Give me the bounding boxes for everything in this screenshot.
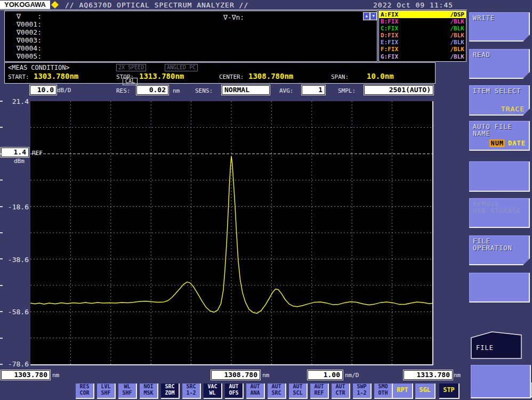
softkey-blank-7 (469, 273, 530, 303)
toolbar-button-label: MSK (140, 390, 157, 396)
softkey-label: ITEM SELECT (473, 88, 529, 95)
trace-status-panel: A:FIX/DSPB:FIX/BLKC:FIX/BLKD:FIX/BLKE:FI… (378, 11, 466, 62)
trace-row-a[interactable]: A:FIX/DSP (379, 11, 466, 18)
softkey-label: USB STORAGE (473, 208, 529, 215)
angled-pc-flag: ANGLED PC (165, 64, 198, 71)
toolbar-button-aut-ctr[interactable]: AUTCTR (332, 383, 350, 399)
marker-panel: ∇ : ∇-∇n: ∇0001:∇0002:∇0003:∇0004:∇0005: (4, 11, 377, 62)
toolbar-button-label: SHF (97, 390, 115, 396)
x-stop-box[interactable]: 1313.780 (404, 370, 453, 380)
softkey-file[interactable]: FILEOPERATION (469, 235, 530, 265)
softkey-item-select[interactable]: ITEM SELECTTRACE (469, 85, 530, 116)
y-edge-tick (0, 127, 3, 128)
center-value: 1308.780nm (248, 72, 293, 80)
y-tick-3: -58.6 (4, 308, 29, 316)
smpl-label: SMPL: (338, 87, 356, 94)
toolbar-button-label: VAC (204, 383, 221, 390)
level-scale-box[interactable]: 10.0 (30, 85, 57, 95)
smpl-value-box[interactable]: 2501(AUTO) (364, 85, 433, 95)
span-value: 10.0nm (367, 72, 394, 80)
toolbar-button-label: SRC (182, 383, 200, 390)
toolbar-button-lvl-shf[interactable]: LVLSHF (97, 383, 116, 399)
toolbar-button-wl-shf[interactable]: WLSHF (118, 383, 137, 399)
softkey-write[interactable]: WRITE (469, 12, 530, 42)
toolbar-button-aut-ana[interactable]: AUTANA (246, 383, 265, 399)
toolbar-button-src-1-2[interactable]: SRC1-2 (182, 383, 201, 399)
osa-screen: YOKOGAWA // AQ6370D OPTICAL SPECTRUM ANA… (0, 0, 532, 400)
sens-value-box[interactable]: NORMAL (222, 85, 270, 95)
res-unit: nm (173, 87, 180, 94)
toolbar-button-label: AUT (246, 383, 264, 390)
toolbar-button-vac-wl[interactable]: VACWL (204, 383, 222, 399)
trace-row-g[interactable]: G:FIX/BLK (379, 53, 466, 60)
trace-row-f[interactable]: F:FIX/BLK (379, 46, 466, 53)
trace-rows: A:FIX/DSPB:FIX/BLKC:FIX/BLKD:FIX/BLKE:FI… (379, 11, 466, 60)
softkey-blank-4 (469, 161, 530, 192)
trace-row-d[interactable]: D:FIX/BLK (379, 32, 466, 39)
toolbar-button-label: COR (76, 390, 93, 396)
toggle-selected[interactable]: NUM (489, 140, 505, 147)
marker-row: ∇0003: (5, 36, 377, 44)
x-stop-unit: nm (454, 372, 461, 379)
toolbar-button-label: SMO (374, 383, 392, 390)
cal-indicator: CAL (123, 78, 138, 85)
scroll-up-icon[interactable]: ▲ (363, 12, 370, 20)
datetime-display: 2022 Oct 09 11:45 (373, 1, 453, 9)
marker-header-left: ∇ : (5, 12, 377, 20)
toolbar-button-src-zom[interactable]: SRCZOM (161, 383, 180, 399)
trace-row-b[interactable]: B:FIX/BLK (379, 18, 466, 25)
trace-display-mode: /BLK (450, 32, 465, 39)
title-divider (0, 10, 467, 10)
y-tick-top: 21.4 (4, 97, 29, 105)
softkey-label: NAME (473, 130, 529, 137)
trace-name: D:FIX (381, 32, 398, 39)
toolbar-button-swp-1-2[interactable]: SWP1-2 (353, 383, 372, 399)
trace-display-mode: /BLK (450, 39, 465, 46)
marker-row: ∇0001: (5, 20, 377, 28)
trace-display-mode: /BLK (450, 46, 465, 53)
trace-row-e[interactable]: E:FIX/BLK (379, 39, 466, 46)
softkey-auto-file[interactable]: AUTO FILENAMENUMDATE (469, 121, 530, 151)
avg-value-box[interactable]: 1 (302, 85, 325, 95)
yokogawa-logo: YOKOGAWA (0, 1, 50, 9)
yokogawa-diamond-icon (51, 1, 59, 9)
toolbar-button-aut-scl[interactable]: AUTSCL (289, 383, 308, 399)
y-edge-tick (0, 232, 3, 233)
toolbar-button-smo-oth[interactable]: SMOOTH (374, 383, 393, 399)
toolbar-button-aut-src[interactable]: AUTSRC (268, 383, 286, 399)
x-start-box[interactable]: 1303.780 (1, 370, 50, 380)
toolbar-button-aut-ref[interactable]: AUTREF (310, 383, 329, 399)
softkey-label: OPERATION (473, 245, 529, 252)
ref-level-box[interactable]: 1.4 (1, 148, 29, 157)
toolbar-button-label: 1-2 (182, 390, 200, 396)
x-start-unit: nm (52, 372, 59, 379)
toolbar-button-label: SHF (118, 390, 136, 396)
marker-row: ∇0002: (5, 28, 377, 36)
softkey-read[interactable]: READ (469, 49, 530, 79)
softkey-label: WRITE (473, 15, 529, 22)
y-edge-tick (0, 258, 3, 259)
toolbar-button-label: OTH (374, 390, 392, 396)
toolbar-button-noi-msk[interactable]: NOIMSK (140, 383, 158, 399)
trace-row-c[interactable]: C:FIX/BLK (379, 25, 466, 32)
toolbar-button-label: AUT (310, 383, 328, 390)
file-menu-tab[interactable]: FILE (471, 331, 522, 360)
toolbar-button-res-cor[interactable]: RESCOR (76, 383, 94, 399)
trace-display-mode: /BLK (450, 53, 465, 60)
toolbar-button-label: AUT (225, 383, 243, 390)
sweep-button-sgl[interactable]: SGL (415, 383, 436, 399)
x-scale-box[interactable]: 1.00 (308, 370, 343, 380)
title-bar: YOKOGAWA // AQ6370D OPTICAL SPECTRUM ANA… (0, 0, 532, 10)
meas-condition-header: <MEAS CONDITION> (8, 64, 70, 71)
y-edge-tick (0, 179, 3, 181)
toolbar-button-aut-ofs[interactable]: AUTOFS (225, 383, 244, 399)
res-value-box[interactable]: 0.02 (136, 85, 168, 95)
sweep-button-stp[interactable]: STP (439, 383, 460, 399)
sweep-button-rpt[interactable]: RPT (393, 383, 413, 399)
y-tick-1: -18.6 (4, 203, 29, 211)
x-center-box[interactable]: 1308.780 (211, 370, 260, 380)
toolbar-button-label: RES (76, 383, 93, 390)
spectrum-plot-area (30, 101, 433, 365)
toggle-other[interactable]: DATE (508, 140, 526, 147)
scroll-down-icon[interactable]: ▼ (370, 12, 377, 20)
